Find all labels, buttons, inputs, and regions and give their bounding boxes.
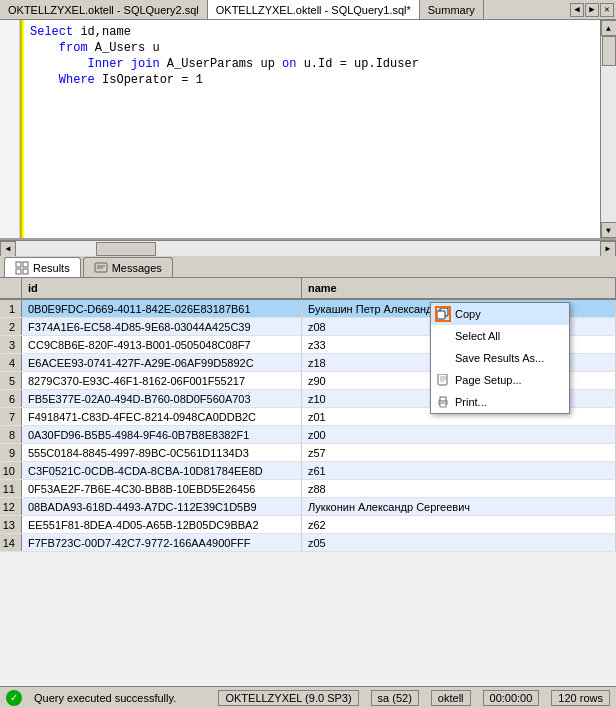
cell-rownum: 8 xyxy=(0,426,22,443)
copy-icon xyxy=(435,306,451,322)
cell-id: 555C0184-8845-4997-89BC-0C561D1134D3 xyxy=(22,444,302,461)
cell-name: z61 xyxy=(302,462,616,479)
scroll-down-btn[interactable]: ▼ xyxy=(601,222,617,238)
tab-summary[interactable]: Summary xyxy=(420,0,484,19)
cell-id: F4918471-C83D-4FEC-8214-0948CA0DDB2C xyxy=(22,408,302,425)
results-grid-icon xyxy=(15,261,29,275)
cell-rownum: 10 xyxy=(0,462,22,479)
scroll-up-btn[interactable]: ▲ xyxy=(601,20,617,36)
svg-rect-2 xyxy=(16,269,21,274)
context-menu-item-select-all[interactable]: Select All xyxy=(431,325,569,347)
cell-name: z05 xyxy=(302,534,616,551)
table-row[interactable]: 12 08BADA93-618D-4493-A7DC-112E39C1D5B9 … xyxy=(0,498,616,516)
tab-scroll-left[interactable]: ◀ xyxy=(570,3,584,17)
cell-rownum: 7 xyxy=(0,408,22,425)
grid-header: id name xyxy=(0,278,616,300)
context-menu-item-save-results-as...[interactable]: Save Results As... xyxy=(431,347,569,369)
status-rows: 120 rows xyxy=(551,690,610,706)
tab-query1[interactable]: OKTELLZYXEL.oktell - SQLQuery1.sql* xyxy=(208,0,420,19)
tab-messages[interactable]: Messages xyxy=(83,257,173,277)
table-row[interactable]: 10 C3F0521C-0CDB-4CDA-8CBA-10D81784EE8D … xyxy=(0,462,616,480)
cell-name: Лукконин Александр Сергеевич xyxy=(302,498,616,515)
hscroll-track[interactable] xyxy=(16,241,600,256)
svg-rect-8 xyxy=(437,311,445,319)
svg-rect-9 xyxy=(438,374,447,385)
tab-scroll-right[interactable]: ▶ xyxy=(585,3,599,17)
header-id[interactable]: id xyxy=(22,278,302,298)
header-rownum xyxy=(0,278,22,298)
context-menu-item-copy[interactable]: Copy xyxy=(431,303,569,325)
status-server: OKTELLZYXEL (9.0 SP3) xyxy=(218,690,358,706)
status-bar: ✓ Query executed successfully. OKTELLZYX… xyxy=(0,686,616,708)
cell-id: FB5E377E-02A0-494D-B760-08D0F560A703 xyxy=(22,390,302,407)
sql-editor[interactable]: Select id,name from A_Users u Inner join… xyxy=(24,20,600,238)
table-row[interactable]: 9 555C0184-8845-4997-89BC-0C561D1134D3 z… xyxy=(0,444,616,462)
scroll-thumb[interactable] xyxy=(602,36,616,66)
messages-icon xyxy=(94,261,108,275)
cell-name: z88 xyxy=(302,480,616,497)
context-menu-item-page-setup...[interactable]: Page Setup... xyxy=(431,369,569,391)
cell-id: F374A1E6-EC58-4D85-9E68-03044A425C39 xyxy=(22,318,302,335)
cell-rownum: 9 xyxy=(0,444,22,461)
results-tabs: Results Messages xyxy=(0,256,616,278)
hscroll-left-btn[interactable]: ◀ xyxy=(0,241,16,257)
cell-id: 0A30FD96-B5B5-4984-9F46-0B7B8E8382F1 xyxy=(22,426,302,443)
tab-bar: OKTELLZYXEL.oktell - SQLQuery2.sql OKTEL… xyxy=(0,0,616,20)
cell-id: CC9C8B6E-820F-4913-B001-0505048C08F7 xyxy=(22,336,302,353)
svg-rect-14 xyxy=(440,397,446,401)
editor-hscrollbar[interactable]: ◀ ▶ xyxy=(0,240,616,256)
cell-id: 08BADA93-618D-4493-A7DC-112E39C1D5B9 xyxy=(22,498,302,515)
header-name[interactable]: name xyxy=(302,278,616,298)
cell-rownum: 14 xyxy=(0,534,22,551)
cell-name: z57 xyxy=(302,444,616,461)
svg-rect-0 xyxy=(16,262,21,267)
status-text: Query executed successfully. xyxy=(34,692,206,704)
cell-id: 8279C370-E93C-46F1-8162-06F001F55217 xyxy=(22,372,302,389)
cell-id: EE551F81-8DEA-4D05-A65B-12B05DC9BBA2 xyxy=(22,516,302,533)
cell-rownum: 12 xyxy=(0,498,22,515)
table-row[interactable]: 8 0A30FD96-B5B5-4984-9F46-0B7B8E8382F1 z… xyxy=(0,426,616,444)
cell-rownum: 1 xyxy=(0,300,22,317)
cell-id: E6ACEE93-0741-427F-A29E-06AF99D5892C xyxy=(22,354,302,371)
cell-id: 0F53AE2F-7B6E-4C30-BB8B-10EBD5E26456 xyxy=(22,480,302,497)
no-icon xyxy=(435,328,451,344)
editor-vscrollbar[interactable]: ▲ ▼ xyxy=(600,20,616,238)
svg-rect-3 xyxy=(23,269,28,274)
tab-results[interactable]: Results xyxy=(4,257,81,277)
hscroll-right-btn[interactable]: ▶ xyxy=(600,241,616,257)
cell-rownum: 3 xyxy=(0,336,22,353)
cell-name: z00 xyxy=(302,426,616,443)
status-time: 00:00:00 xyxy=(483,690,540,706)
cell-id: F7FB723C-00D7-42C7-9772-166AA4900FFF xyxy=(22,534,302,551)
cell-rownum: 11 xyxy=(0,480,22,497)
status-icon: ✓ xyxy=(6,690,22,706)
results-grid: id name 1 0B0E9FDC-D669-4011-842E-026E83… xyxy=(0,278,616,686)
no-icon xyxy=(435,350,451,366)
scroll-track[interactable] xyxy=(601,36,616,222)
table-row[interactable]: 14 F7FB723C-00D7-42C7-9772-166AA4900FFF … xyxy=(0,534,616,552)
sql-editor-area: Select id,name from A_Users u Inner join… xyxy=(0,20,616,240)
cell-rownum: 5 xyxy=(0,372,22,389)
status-user: sa (52) xyxy=(371,690,419,706)
context-menu-item-print...[interactable]: Print... xyxy=(431,391,569,413)
context-menu: CopySelect AllSave Results As... Page Se… xyxy=(430,302,570,414)
table-row[interactable]: 11 0F53AE2F-7B6E-4C30-BB8B-10EBD5E26456 … xyxy=(0,480,616,498)
cell-id: C3F0521C-0CDB-4CDA-8CBA-10D81784EE8D xyxy=(22,462,302,479)
cell-rownum: 4 xyxy=(0,354,22,371)
hscroll-thumb[interactable] xyxy=(96,242,156,256)
pagesetup-icon xyxy=(435,372,451,388)
table-row[interactable]: 13 EE551F81-8DEA-4D05-A65B-12B05DC9BBA2 … xyxy=(0,516,616,534)
cell-rownum: 6 xyxy=(0,390,22,407)
tab-close[interactable]: ✕ xyxy=(600,3,614,17)
line-numbers xyxy=(0,20,20,238)
cell-rownum: 13 xyxy=(0,516,22,533)
status-db: oktell xyxy=(431,690,471,706)
print-icon xyxy=(435,394,451,410)
cell-name: z62 xyxy=(302,516,616,533)
tab-query2[interactable]: OKTELLZYXEL.oktell - SQLQuery2.sql xyxy=(0,0,208,19)
cell-id: 0B0E9FDC-D669-4011-842E-026E83187B61 xyxy=(22,300,302,317)
svg-rect-1 xyxy=(23,262,28,267)
cell-rownum: 2 xyxy=(0,318,22,335)
svg-rect-15 xyxy=(440,403,446,407)
